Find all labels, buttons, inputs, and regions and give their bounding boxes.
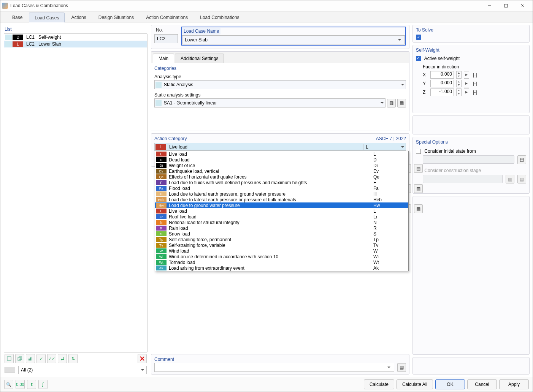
inner-tab-main[interactable]: Main: [153, 54, 174, 63]
ac-option-badge: Qe: [156, 174, 167, 179]
settings-edit-button[interactable]: ▤: [397, 99, 406, 107]
action-category-option[interactable]: WtTornado loadWt: [155, 259, 408, 265]
titlebar: Load Cases & Combinations: [0, 0, 533, 11]
action-category-option[interactable]: AkLoad arising from extraordinary eventA…: [155, 265, 408, 271]
action-category-option[interactable]: LrRoof live loadLr: [155, 214, 408, 220]
action-category-option[interactable]: SSnow loadS: [155, 231, 408, 237]
action-category-option[interactable]: WWind loadW: [155, 248, 408, 254]
top-tab-design-situations[interactable]: Design Situations: [93, 12, 140, 22]
minimize-button[interactable]: [481, 0, 498, 11]
initial-state-checkbox[interactable]: [416, 149, 421, 154]
list-item[interactable]: DLC1Self-weight: [4, 34, 147, 41]
comment-library-button[interactable]: ▤: [397, 363, 406, 372]
ac-option-code: L: [372, 209, 408, 214]
design-standard: ASCE 7 | 2022: [376, 136, 406, 141]
close-button[interactable]: [514, 0, 531, 11]
ac-option-name: Earthquake load, vertical: [169, 169, 372, 174]
swap-button[interactable]: ⇄: [58, 354, 67, 363]
footer-tree-button[interactable]: ⬍: [27, 380, 36, 389]
sort-button[interactable]: ⇅: [68, 354, 78, 363]
inner-tab-additional-settings[interactable]: Additional Settings: [175, 54, 224, 63]
apply-button[interactable]: Apply: [499, 379, 529, 389]
loadcase-number-input[interactable]: LC2: [154, 34, 178, 43]
top-tab-base[interactable]: Base: [6, 12, 28, 22]
top-tab-load-cases[interactable]: Load Cases: [29, 13, 65, 22]
factor-input-y[interactable]: 0.000: [430, 80, 454, 87]
list-item[interactable]: LLC2Lower Slab: [4, 41, 147, 47]
ok-button[interactable]: OK: [435, 379, 465, 389]
footer-search-button[interactable]: 🔍: [4, 380, 13, 389]
action-category-option[interactable]: LLive loadL: [155, 151, 408, 157]
action-category-option[interactable]: NNotional load for structural integrityN: [155, 220, 408, 225]
initial-state-edit-button[interactable]: ▤: [517, 155, 526, 164]
active-self-weight-checkbox[interactable]: [416, 56, 421, 61]
ac-option-name: Snow load: [169, 231, 372, 237]
action-category-option[interactable]: HwLoad due to ground water pressureHw: [155, 202, 408, 208]
action-category-option[interactable]: WiWind-on-ice determined in accordance w…: [155, 254, 408, 259]
action-category-option[interactable]: TvSelf-straining force, variableTv: [155, 242, 408, 248]
action-category-option[interactable]: EvEarthquake load, verticalEv: [155, 168, 408, 174]
calculate-all-button[interactable]: Calculate All: [397, 379, 433, 389]
calculate-button[interactable]: Calculate: [364, 379, 394, 389]
action-category-option[interactable]: DDead loadD: [155, 157, 408, 163]
ac-option-name: Rain load: [169, 226, 372, 231]
new-button[interactable]: [5, 354, 14, 363]
loadcase-list[interactable]: DLC1Self-weightLLC2Lower Slab: [4, 33, 148, 352]
action-category-dropdown[interactable]: LLive loadLDDead loadDDiWeight of iceDiE…: [155, 151, 409, 271]
footer-units-button[interactable]: 0.00: [16, 380, 25, 389]
factor-input-z[interactable]: -1.000: [430, 89, 454, 96]
copy-button[interactable]: [15, 354, 24, 363]
factor-input-x[interactable]: 0.000: [430, 71, 454, 79]
action-category-option[interactable]: LLive loadL: [155, 208, 408, 214]
list-section-title: List: [4, 25, 148, 33]
bars-button[interactable]: [26, 354, 35, 363]
ac-btn-3b[interactable]: ▤: [414, 204, 423, 213]
comment-input[interactable]: [154, 363, 394, 372]
cancel-button[interactable]: Cancel: [467, 379, 497, 389]
multi-check-button[interactable]: ✓✓: [47, 354, 56, 363]
analysis-type-select[interactable]: Static Analysis: [154, 80, 406, 89]
ac-option-code: Ev: [372, 169, 408, 174]
action-category-option[interactable]: DiWeight of iceDi: [155, 163, 408, 168]
ac-btn-1b[interactable]: ▤: [414, 164, 423, 173]
delete-button[interactable]: [138, 354, 147, 363]
ac-option-name: Load due to fluids with well-defined pre…: [169, 180, 372, 185]
action-category-select[interactable]: L Live load L LLive loadLDDead loadDDiWe…: [154, 143, 406, 151]
spinner[interactable]: ▲▼: [456, 80, 462, 87]
spinner-menu[interactable]: ▶: [464, 71, 469, 79]
check-button[interactable]: ✓: [36, 354, 46, 363]
action-category-option[interactable]: TpSelf-straining force, permanentTp: [155, 237, 408, 242]
spinner[interactable]: ▲▼: [456, 71, 462, 79]
action-category-option[interactable]: RRain loadR: [155, 225, 408, 231]
ac-option-code: Fa: [372, 186, 408, 191]
list-swatch-icon: [5, 35, 12, 40]
footer-script-button[interactable]: ʃ: [38, 380, 48, 389]
settings-new-button[interactable]: ▥: [387, 99, 396, 107]
loadcase-name-label: Load Case Name: [182, 28, 220, 35]
action-category-option[interactable]: FLoad due to fluids with well-defined pr…: [155, 180, 408, 185]
spinner-menu[interactable]: ▶: [464, 89, 469, 96]
action-category-option[interactable]: QeEffects of horizontal earthquake force…: [155, 174, 408, 180]
ac-btn-2b[interactable]: ▤: [414, 184, 423, 193]
filter-select[interactable]: All (2): [18, 366, 147, 374]
ac-option-name: Effects of horizontal earthquake forces: [169, 174, 372, 180]
maximize-button[interactable]: [498, 0, 514, 11]
loadcase-name-input[interactable]: Lower Slab: [182, 35, 405, 44]
action-category-option[interactable]: HebLoad due to lateral earth pressure or…: [155, 197, 408, 202]
construction-stage-input: [423, 175, 503, 183]
top-tab-actions[interactable]: Actions: [65, 12, 92, 22]
to-solve-label: To Solve: [416, 27, 526, 33]
ac-option-code: Di: [372, 163, 408, 168]
action-category-option[interactable]: FaFlood loadFa: [155, 185, 408, 191]
ac-option-badge: H: [156, 191, 167, 196]
action-category-option[interactable]: HLoad due to lateral earth pressure, gro…: [155, 191, 408, 197]
static-settings-select[interactable]: SA1 - Geometrically linear: [154, 98, 385, 107]
ac-option-code: L: [372, 152, 408, 157]
factor-row-z: Z-1.000▲▼▶[-]: [423, 89, 526, 96]
spinner-menu[interactable]: ▶: [464, 80, 469, 87]
spinner[interactable]: ▲▼: [456, 89, 462, 96]
top-tab-action-combinations[interactable]: Action Combinations: [140, 12, 194, 22]
top-tab-load-combinations[interactable]: Load Combinations: [194, 12, 245, 22]
ac-option-name: Load due to lateral earth pressure, grou…: [169, 191, 372, 197]
to-solve-checkbox[interactable]: ✓: [416, 35, 421, 40]
